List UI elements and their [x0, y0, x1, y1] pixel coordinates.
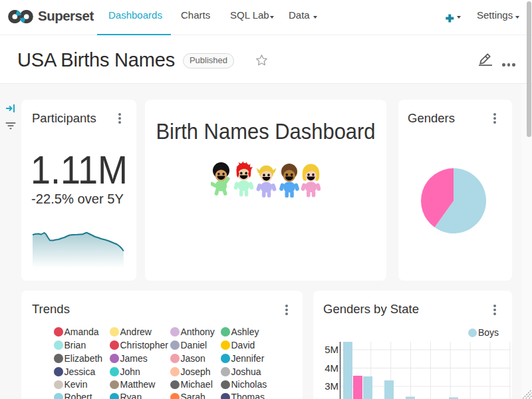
- svg-text:4M: 4M: [325, 362, 338, 374]
- svg-text:3M: 3M: [325, 380, 338, 392]
- svg-text:5M: 5M: [325, 344, 338, 355]
